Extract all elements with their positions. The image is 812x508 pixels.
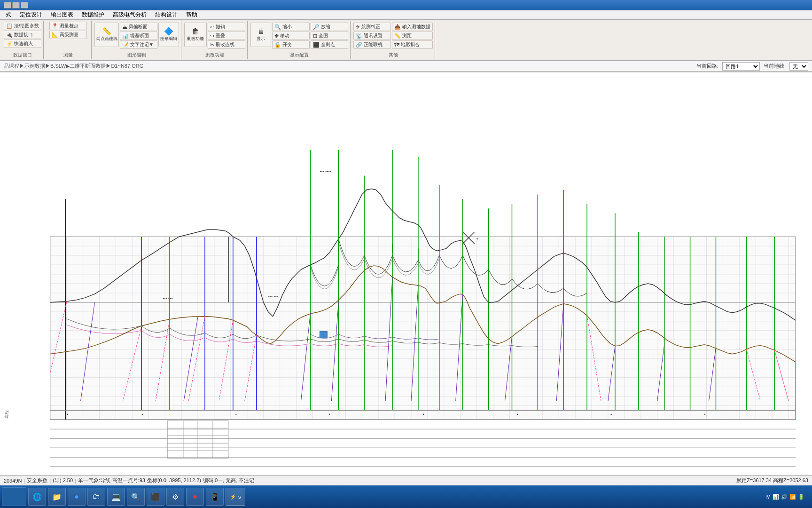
svg-text:•: • (329, 412, 330, 417)
toolbar-buttons-style: 📋 法/绘图参数 🔌 数据接口 ⚡ 快速输入 (4, 22, 41, 48)
btn-slope-section[interactable]: ⛰ 风偏断面 (120, 23, 157, 31)
taskbar-app-settings[interactable]: ⚙ (166, 488, 184, 506)
btn-full-view[interactable]: ⊞ 全图 (311, 32, 348, 40)
btn-enlarge[interactable]: 🔎 放缩 (311, 23, 348, 31)
delete-line-icon: ✂ (210, 42, 214, 48)
btn-all-points[interactable]: ⬛ 全则点 (311, 40, 348, 49)
toolbar-group-edit: 📏 两点画连线 ⛰ 风偏断面 📊 堤基断面 📝 文字注记▼ (93, 21, 181, 59)
title-bar (0, 0, 812, 10)
toolbar-group-other: ✈ 航测纠正 📡 通讯设置 🔗 正能联机 📥 输入测地数据 � (351, 21, 435, 59)
slope-section-icon: ⛰ (122, 24, 127, 30)
btn-drawing-params[interactable]: 📋 法/绘图参数 (4, 22, 41, 30)
data-interface-icon: 🔌 (6, 32, 13, 38)
maximize-button[interactable] (12, 2, 20, 8)
taskbar-app-phone[interactable]: 📱 (206, 488, 224, 506)
taskbar-app-chrome[interactable]: ● (68, 488, 86, 506)
btn-delete-line[interactable]: ✂ 删改连线 (208, 40, 245, 49)
current-ground-label: 当前地线: (764, 63, 786, 70)
menu-item-output[interactable]: 输出图表 (47, 10, 77, 20)
svg-text:高程: 高程 (4, 410, 9, 419)
toolbar-buttons-survey: 📍 测量桩点 📐 高级测量 (49, 22, 87, 39)
btn-data-interface[interactable]: 🔌 数据接口 (4, 31, 41, 39)
taskbar-app-explorer[interactable]: 📁 (48, 488, 66, 506)
btn-comm-settings[interactable]: 📡 通讯设置 (353, 32, 391, 40)
svg-text:•: • (423, 412, 424, 417)
btn-move[interactable]: ✥ 移动 (272, 32, 310, 40)
status-weather: 单一气象:导线-高温一点号:93 (78, 477, 145, 484)
positive-online-icon: 🔗 (356, 42, 362, 48)
menu-item-data[interactable]: 数据维护 (78, 10, 108, 20)
enlarge-icon: 🔎 (313, 24, 320, 30)
btn-cancel[interactable]: ↩ 撤销 (208, 23, 245, 31)
btn-base-section[interactable]: 📊 堤基断面 (120, 32, 157, 40)
btn-input-survey-data[interactable]: 📥 输入测地数据 (392, 23, 433, 31)
base-section-icon: 📊 (122, 33, 129, 39)
taskbar-active-app[interactable]: ⚡ s (226, 488, 245, 506)
taskbar-app-ie[interactable]: 🌐 (28, 488, 46, 506)
current-ground-select[interactable]: 无 (789, 62, 808, 71)
svg-text:••• •••: ••• ••• (163, 296, 172, 301)
toolbar-group-label-edit: 图形编辑 (127, 51, 146, 58)
btn-delete-function[interactable]: 🗑 删改功能 (184, 23, 207, 47)
btn-two-point-line[interactable]: 📏 两点画连线 (94, 23, 119, 47)
btn-display[interactable]: 🖥 显示 (250, 23, 271, 47)
btn-advanced-survey[interactable]: 📐 高级测量 (49, 31, 87, 39)
btn-positive-online[interactable]: 🔗 正能联机 (353, 40, 391, 49)
menu-item-help[interactable]: 帮助 (182, 10, 201, 20)
advanced-survey-icon: 📐 (52, 32, 58, 38)
current-route-label: 当前回路: (696, 63, 718, 70)
btn-quick-input[interactable]: ⚡ 快速输入 (4, 40, 41, 48)
btn-shape-edit[interactable]: 🔷 图形编辑 (158, 23, 179, 47)
path-right: 当前回路: 回路1 当前地线: 无 (696, 62, 808, 71)
quick-input-icon: ⚡ (6, 41, 13, 47)
comm-settings-icon: 📡 (356, 33, 362, 39)
taskbar: 🌐 📁 ● 🗂 💻 🔍 ⬛ ⚙ ● 📱 ⚡ s M 📊 🔊 📶 🔋 (0, 485, 812, 508)
toolbar-group-label-display: 显示配置 (290, 51, 309, 58)
btn-redo[interactable]: ↪ 重叠 (208, 32, 245, 40)
taskbar-app-files[interactable]: 🗂 (87, 488, 105, 506)
menu-item-structure[interactable]: 结构设计 (151, 10, 181, 20)
redo-icon: ↪ (210, 33, 214, 39)
survey-point-icon: 📍 (52, 23, 58, 29)
toolbar-group-label-delete: 删改功能 (205, 51, 224, 58)
btn-text-note[interactable]: 📝 文字注记▼ (120, 40, 157, 49)
menu-item-analysis[interactable]: 高级电气分析 (109, 10, 150, 20)
minimize-button[interactable] (4, 2, 11, 8)
taskbar-icon-network: 📶 (789, 494, 796, 500)
cancel-icon: ↩ (210, 24, 214, 30)
toolbar-group-style: 📋 法/绘图参数 🔌 数据接口 ⚡ 快速输入 数据接口 (2, 21, 44, 59)
btn-terrain-fit[interactable]: 🗺 地形拟合 (392, 40, 433, 49)
toolbar-group-survey: 📍 测量桩点 📐 高级测量 测量 (45, 21, 92, 59)
btn-zoom-in[interactable]: 🔍 缩小 (272, 23, 310, 31)
btn-aerial-correction[interactable]: ✈ 航测纠正 (353, 23, 391, 31)
menu-item-positioning[interactable]: 定位设计 (16, 10, 46, 20)
btn-open-change[interactable]: 🔓 开变 (272, 40, 310, 49)
main-canvas: + • • • • • • • • ••• •••• ••• ••• ••• •… (0, 72, 812, 475)
menu-item-shi[interactable]: 式 (2, 10, 15, 20)
close-button[interactable] (21, 2, 28, 8)
status-id: 20949N (4, 478, 22, 484)
status-safety: 安全系数 (27, 477, 47, 484)
taskbar-app-search[interactable]: 🔍 (127, 488, 145, 506)
all-points-icon: ⬛ (313, 42, 320, 48)
active-app-label: s (238, 494, 241, 500)
window-controls (4, 2, 28, 8)
btn-measure-distance[interactable]: 📏 测距 (392, 32, 433, 40)
input-survey-data-icon: 📥 (394, 24, 401, 30)
svg-text:•: • (235, 412, 237, 417)
toolbar: 📋 法/绘图参数 🔌 数据接口 ⚡ 快速输入 数据接口 📍 测量桩点 (0, 20, 812, 61)
taskbar-app-cmd[interactable]: ⬛ (147, 488, 164, 506)
toolbar-group-label-1: 数据接口 (13, 51, 32, 58)
start-button[interactable] (2, 487, 26, 506)
toolbar-group-display: 🖥 显示 🔍 缩小 ✥ 移动 🔓 开变 (249, 21, 351, 59)
two-point-line-icon: 📏 (102, 28, 111, 35)
taskbar-app-red[interactable]: ● (186, 488, 204, 506)
status-guide: (导) 2.50 (53, 477, 73, 484)
status-bar: 20949N | 安全系数 | (导) 2.50 | 单一气象:导线-高温一点号… (0, 475, 812, 485)
btn-survey-point[interactable]: 📍 测量桩点 (49, 22, 87, 30)
display-icon: 🖥 (257, 28, 265, 35)
current-route-select[interactable]: 回路1 (722, 62, 760, 71)
taskbar-app-computer[interactable]: 💻 (107, 488, 125, 506)
shape-edit-icon: 🔷 (164, 28, 173, 35)
svg-rect-1 (50, 237, 796, 420)
